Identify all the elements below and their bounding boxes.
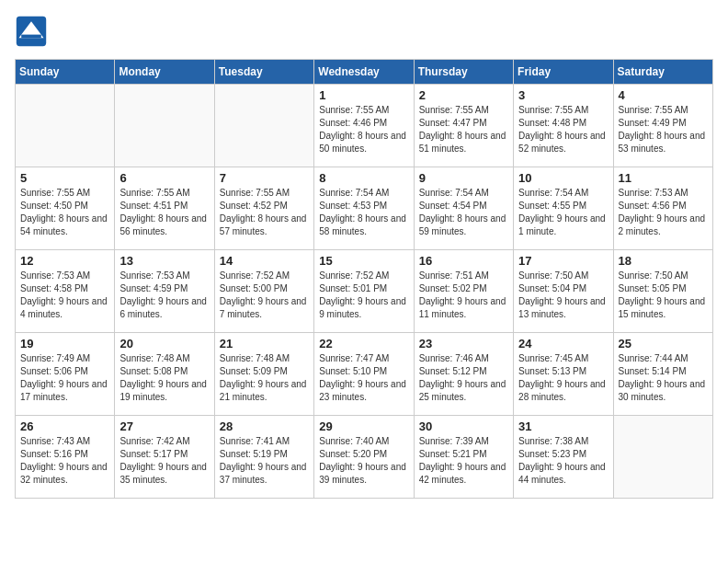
- calendar-cell: 9Sunrise: 7:54 AM Sunset: 4:54 PM Daylig…: [414, 167, 513, 250]
- day-info: Sunrise: 7:54 AM Sunset: 4:54 PM Dayligh…: [419, 187, 508, 238]
- day-number: 3: [518, 88, 608, 102]
- calendar-cell: [16, 85, 115, 167]
- weekday-header-wednesday: Wednesday: [314, 60, 414, 85]
- day-info: Sunrise: 7:53 AM Sunset: 4:59 PM Dayligh…: [119, 270, 209, 321]
- calendar-cell: 12Sunrise: 7:53 AM Sunset: 4:58 PM Dayli…: [16, 250, 115, 333]
- day-number: 14: [220, 254, 309, 268]
- calendar-cell: 14Sunrise: 7:52 AM Sunset: 5:00 PM Dayli…: [214, 250, 313, 333]
- day-number: 23: [419, 337, 508, 350]
- calendar-cell: [214, 85, 313, 167]
- calendar-cell: 28Sunrise: 7:41 AM Sunset: 5:19 PM Dayli…: [214, 416, 313, 499]
- day-number: 26: [20, 419, 109, 433]
- day-info: Sunrise: 7:50 AM Sunset: 5:05 PM Dayligh…: [619, 270, 708, 321]
- day-info: Sunrise: 7:51 AM Sunset: 5:02 PM Dayligh…: [419, 270, 508, 321]
- calendar-cell: 26Sunrise: 7:43 AM Sunset: 5:16 PM Dayli…: [16, 416, 115, 499]
- calendar-week-row: 19Sunrise: 7:49 AM Sunset: 5:06 PM Dayli…: [16, 333, 713, 416]
- day-number: 28: [220, 419, 309, 433]
- day-info: Sunrise: 7:53 AM Sunset: 4:56 PM Dayligh…: [619, 187, 708, 238]
- calendar-week-row: 26Sunrise: 7:43 AM Sunset: 5:16 PM Dayli…: [16, 416, 713, 499]
- calendar-cell: 19Sunrise: 7:49 AM Sunset: 5:06 PM Dayli…: [16, 333, 115, 416]
- day-number: 12: [20, 254, 109, 268]
- weekday-header-friday: Friday: [514, 60, 613, 85]
- day-info: Sunrise: 7:41 AM Sunset: 5:19 PM Dayligh…: [220, 435, 309, 487]
- day-info: Sunrise: 7:39 AM Sunset: 5:21 PM Dayligh…: [419, 435, 508, 487]
- calendar-week-row: 5Sunrise: 7:55 AM Sunset: 4:50 PM Daylig…: [16, 167, 713, 250]
- day-info: Sunrise: 7:54 AM Sunset: 4:53 PM Dayligh…: [319, 187, 408, 238]
- day-number: 16: [419, 254, 508, 268]
- day-number: 11: [619, 171, 708, 185]
- day-number: 19: [20, 337, 109, 350]
- calendar-cell: 24Sunrise: 7:45 AM Sunset: 5:13 PM Dayli…: [514, 333, 613, 416]
- weekday-header-saturday: Saturday: [613, 60, 712, 85]
- day-info: Sunrise: 7:42 AM Sunset: 5:17 PM Dayligh…: [119, 435, 209, 487]
- day-info: Sunrise: 7:44 AM Sunset: 5:14 PM Dayligh…: [619, 352, 708, 404]
- calendar-cell: 11Sunrise: 7:53 AM Sunset: 4:56 PM Dayli…: [613, 167, 712, 250]
- day-number: 30: [419, 419, 508, 433]
- page-header: [15, 15, 713, 48]
- calendar-cell: 23Sunrise: 7:46 AM Sunset: 5:12 PM Dayli…: [414, 333, 513, 416]
- day-info: Sunrise: 7:55 AM Sunset: 4:47 PM Dayligh…: [419, 104, 508, 155]
- calendar-cell: 6Sunrise: 7:55 AM Sunset: 4:51 PM Daylig…: [115, 167, 214, 250]
- day-info: Sunrise: 7:55 AM Sunset: 4:46 PM Dayligh…: [319, 104, 408, 155]
- day-info: Sunrise: 7:55 AM Sunset: 4:51 PM Dayligh…: [119, 187, 209, 238]
- calendar-cell: 17Sunrise: 7:50 AM Sunset: 5:04 PM Dayli…: [514, 250, 613, 333]
- day-info: Sunrise: 7:55 AM Sunset: 4:49 PM Dayligh…: [619, 104, 708, 155]
- calendar-cell: 15Sunrise: 7:52 AM Sunset: 5:01 PM Dayli…: [314, 250, 414, 333]
- day-number: 1: [319, 88, 408, 102]
- logo: [15, 15, 51, 48]
- day-number: 18: [619, 254, 708, 268]
- day-number: 20: [119, 337, 209, 350]
- day-info: Sunrise: 7:54 AM Sunset: 4:55 PM Dayligh…: [518, 187, 608, 238]
- weekday-header-tuesday: Tuesday: [214, 60, 313, 85]
- calendar-cell: 27Sunrise: 7:42 AM Sunset: 5:17 PM Dayli…: [115, 416, 214, 499]
- day-info: Sunrise: 7:52 AM Sunset: 5:01 PM Dayligh…: [319, 270, 408, 321]
- day-number: 15: [319, 254, 408, 268]
- day-number: 7: [220, 171, 309, 185]
- day-number: 10: [518, 171, 608, 185]
- day-info: Sunrise: 7:55 AM Sunset: 4:52 PM Dayligh…: [220, 187, 309, 238]
- calendar-cell: 13Sunrise: 7:53 AM Sunset: 4:59 PM Dayli…: [115, 250, 214, 333]
- weekday-header-thursday: Thursday: [414, 60, 513, 85]
- day-info: Sunrise: 7:53 AM Sunset: 4:58 PM Dayligh…: [20, 270, 109, 321]
- day-info: Sunrise: 7:50 AM Sunset: 5:04 PM Dayligh…: [518, 270, 608, 321]
- calendar-cell: 29Sunrise: 7:40 AM Sunset: 5:20 PM Dayli…: [314, 416, 414, 499]
- day-info: Sunrise: 7:48 AM Sunset: 5:09 PM Dayligh…: [220, 352, 309, 404]
- day-number: 8: [319, 171, 408, 185]
- day-number: 13: [119, 254, 209, 268]
- day-number: 27: [119, 419, 209, 433]
- day-number: 25: [619, 337, 708, 350]
- calendar-cell: 16Sunrise: 7:51 AM Sunset: 5:02 PM Dayli…: [414, 250, 513, 333]
- day-info: Sunrise: 7:48 AM Sunset: 5:08 PM Dayligh…: [119, 352, 209, 404]
- calendar-cell: 8Sunrise: 7:54 AM Sunset: 4:53 PM Daylig…: [314, 167, 414, 250]
- day-info: Sunrise: 7:52 AM Sunset: 5:00 PM Dayligh…: [220, 270, 309, 321]
- day-number: 29: [319, 419, 408, 433]
- day-number: 6: [119, 171, 209, 185]
- calendar-cell: 7Sunrise: 7:55 AM Sunset: 4:52 PM Daylig…: [214, 167, 313, 250]
- calendar-cell: 30Sunrise: 7:39 AM Sunset: 5:21 PM Dayli…: [414, 416, 513, 499]
- day-number: 4: [619, 88, 708, 102]
- day-info: Sunrise: 7:55 AM Sunset: 4:48 PM Dayligh…: [518, 104, 608, 155]
- day-number: 24: [518, 337, 608, 350]
- calendar-cell: 1Sunrise: 7:55 AM Sunset: 4:46 PM Daylig…: [314, 85, 414, 167]
- calendar-cell: 21Sunrise: 7:48 AM Sunset: 5:09 PM Dayli…: [214, 333, 313, 416]
- day-number: 2: [419, 88, 508, 102]
- day-number: 31: [518, 419, 608, 433]
- svg-rect-2: [21, 35, 41, 39]
- calendar-cell: [613, 416, 712, 499]
- day-number: 21: [220, 337, 309, 350]
- calendar-cell: [115, 85, 214, 167]
- calendar-cell: 10Sunrise: 7:54 AM Sunset: 4:55 PM Dayli…: [514, 167, 613, 250]
- day-number: 9: [419, 171, 508, 185]
- calendar-table: SundayMondayTuesdayWednesdayThursdayFrid…: [15, 59, 713, 499]
- calendar-cell: 3Sunrise: 7:55 AM Sunset: 4:48 PM Daylig…: [514, 85, 613, 167]
- calendar-cell: 2Sunrise: 7:55 AM Sunset: 4:47 PM Daylig…: [414, 85, 513, 167]
- calendar-week-row: 12Sunrise: 7:53 AM Sunset: 4:58 PM Dayli…: [16, 250, 713, 333]
- calendar-cell: 31Sunrise: 7:38 AM Sunset: 5:23 PM Dayli…: [514, 416, 613, 499]
- day-info: Sunrise: 7:55 AM Sunset: 4:50 PM Dayligh…: [20, 187, 109, 238]
- calendar-cell: 25Sunrise: 7:44 AM Sunset: 5:14 PM Dayli…: [613, 333, 712, 416]
- calendar-cell: 4Sunrise: 7:55 AM Sunset: 4:49 PM Daylig…: [613, 85, 712, 167]
- day-number: 22: [319, 337, 408, 350]
- day-info: Sunrise: 7:49 AM Sunset: 5:06 PM Dayligh…: [20, 352, 109, 404]
- weekday-header-monday: Monday: [115, 60, 214, 85]
- day-info: Sunrise: 7:47 AM Sunset: 5:10 PM Dayligh…: [319, 352, 408, 404]
